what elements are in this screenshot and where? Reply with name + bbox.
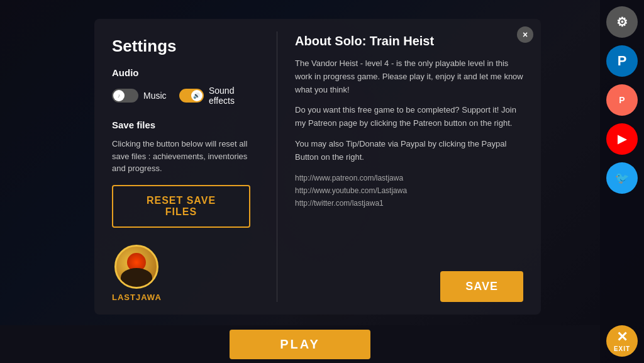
save-button[interactable]: SAVE	[440, 271, 523, 302]
avatar	[114, 245, 158, 289]
save-area: SAVE	[440, 271, 523, 302]
patreon-icon: P	[619, 95, 625, 105]
settings-left-panel: Settings Audio ♪ Music 🔊 Sound effects S…	[94, 19, 277, 315]
play-bar: PLAY	[0, 325, 600, 363]
audio-controls: ♪ Music 🔊 Sound effects	[112, 86, 259, 106]
right-sidebar: ⚙ P P ▶ 🐦 ✕ EXIT	[600, 0, 644, 363]
about-paragraph-1: The Vandor Heist - level 4 - is the only…	[295, 57, 523, 96]
gear-icon: ⚙	[616, 14, 628, 30]
settings-right-panel: About Solo: Train Heist The Vandor Heist…	[277, 19, 541, 315]
sound-effects-label: Sound effects	[209, 86, 259, 106]
music-toggle-knob: ♪	[113, 90, 125, 101]
save-files-description: Clicking the button below will reset all…	[112, 138, 259, 175]
paypal-button[interactable]: P	[606, 45, 638, 77]
exit-button[interactable]: ✕ EXIT	[606, 325, 638, 357]
close-button[interactable]: ×	[517, 26, 533, 43]
about-link-twitter[interactable]: http://twitter.com/lastjawa1	[295, 197, 523, 209]
music-toggle-group: ♪ Music	[112, 89, 167, 103]
audio-section-label: Audio	[112, 67, 259, 78]
save-files-label: Save files	[112, 120, 259, 130]
about-link-patreon[interactable]: http://www.patreon.com/lastjawa	[295, 172, 523, 184]
sound-effects-toggle-knob: 🔊	[191, 90, 203, 101]
settings-sidebar-button[interactable]: ⚙	[606, 6, 638, 38]
music-label: Music	[143, 91, 167, 101]
settings-modal: × Settings Audio ♪ Music 🔊 Sound effects	[94, 19, 541, 315]
about-title: About Solo: Train Heist	[295, 34, 523, 48]
exit-icon: ✕	[616, 330, 628, 344]
twitter-button[interactable]: 🐦	[606, 162, 638, 194]
youtube-icon: ▶	[618, 132, 626, 146]
sound-effects-toggle[interactable]: 🔊	[179, 89, 204, 103]
exit-label: EXIT	[614, 345, 630, 352]
music-toggle[interactable]: ♪	[112, 89, 138, 103]
about-paragraph-2: Do you want this free game to be complet…	[295, 104, 523, 130]
save-files-section: Save files Clicking the button below wil…	[112, 120, 259, 228]
youtube-button[interactable]: ▶	[606, 123, 638, 155]
about-link-youtube[interactable]: http://www.youtube.com/Lastjawa	[295, 184, 523, 197]
sound-effects-toggle-group: 🔊 Sound effects	[179, 86, 259, 106]
play-button[interactable]: PLAY	[230, 330, 370, 359]
twitter-icon: 🐦	[615, 171, 629, 185]
paypal-icon: P	[618, 53, 627, 69]
patreon-button[interactable]: P	[606, 84, 638, 116]
avatar-area: LASTJAWA	[112, 245, 162, 302]
avatar-name: LASTJAWA	[112, 293, 162, 302]
settings-title: Settings	[112, 36, 259, 56]
reset-save-files-button[interactable]: RESET SAVE FILES	[112, 185, 250, 228]
about-paragraph-3: You may also Tip/Donate via Paypal by cl…	[295, 138, 523, 164]
